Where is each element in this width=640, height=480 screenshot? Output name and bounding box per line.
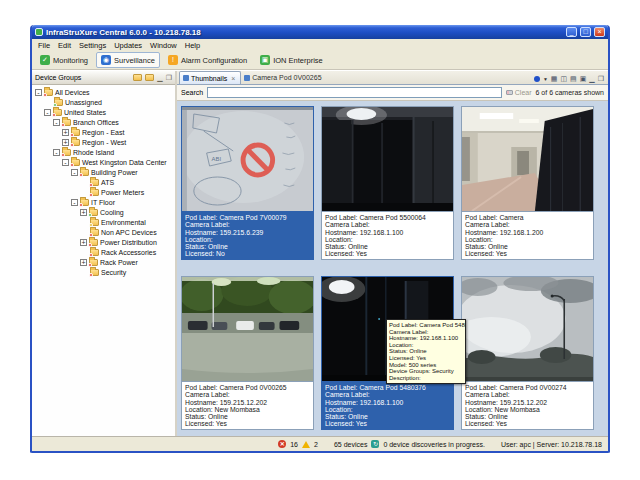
tree-item-region-east[interactable]: +Region - East — [32, 127, 175, 137]
app-icon — [35, 28, 43, 36]
alarm-status-dot — [89, 223, 93, 227]
expand-icon[interactable]: + — [80, 239, 87, 246]
alarm-status-dot — [79, 173, 83, 177]
chevron-down-icon[interactable]: ▼ — [543, 76, 548, 82]
camera-card-sky[interactable]: Pod Label: Camera Pod 0V00274Camera Labe… — [461, 276, 594, 430]
restore-view-icon[interactable]: ❐ — [598, 75, 604, 82]
tree-item-cooling[interactable]: +Cooling — [32, 207, 175, 217]
alarm-status-dot — [53, 103, 57, 107]
menu-item-settings[interactable]: Settings — [75, 41, 110, 50]
tree-item-it-floor[interactable]: -IT Floor — [32, 197, 175, 207]
alarm-status-dot — [88, 213, 92, 217]
tooltip-line: Pod Label: Camera Pod 5480376 — [389, 322, 463, 329]
tab-camera-pod-0v00265[interactable]: Camera Pod 0V00265 — [241, 71, 326, 84]
minimize-view-icon[interactable]: ▁ — [589, 75, 594, 82]
status-bar: ✕ 16 2 65 devices ↻ 0 device discoveries… — [32, 436, 608, 451]
collapse-icon[interactable]: - — [53, 119, 60, 126]
view-menu-icon[interactable] — [534, 76, 540, 82]
app-window: InfraStruXure Central 6.0.0 - 10.218.78.… — [30, 25, 610, 453]
tree-item-united-states[interactable]: -United States — [32, 107, 175, 117]
collapse-icon[interactable]: - — [62, 159, 69, 166]
tree-item-rhode-island[interactable]: -Rhode Island — [32, 147, 175, 157]
move-group-folder-icon[interactable] — [145, 74, 154, 81]
folder-icon — [90, 219, 99, 226]
error-status-icon[interactable]: ✕ — [278, 440, 286, 448]
folder-icon — [71, 159, 80, 166]
perspective-ion-enterprise[interactable]: ▣ION Enterprise — [255, 52, 328, 68]
search-row: Search Clear 6 of 6 cameras shown — [177, 85, 608, 101]
folder-icon — [90, 269, 99, 276]
tree-item-building-power[interactable]: -Building Power — [32, 167, 175, 177]
folder-icon — [80, 169, 89, 176]
minimize-button[interactable]: _ — [566, 27, 577, 37]
tree-label: Region - East — [82, 129, 124, 136]
camera-card-whiteboard[interactable]: ABI Pod Label: Camera Pod 7V00079Camera … — [181, 106, 314, 260]
collapse-icon[interactable]: - — [71, 199, 78, 206]
maximize-button[interactable]: □ — [580, 27, 591, 37]
close-tab-icon[interactable]: × — [231, 75, 235, 82]
menu-item-updates[interactable]: Updates — [110, 41, 146, 50]
clear-button[interactable]: Clear — [506, 89, 532, 96]
tree-item-ats[interactable]: ATS — [32, 177, 175, 187]
perspective-alarm-configuration[interactable]: !Alarm Configuration — [163, 52, 252, 68]
tree-item-rack-power[interactable]: +Rack Power — [32, 257, 175, 267]
close-button[interactable]: × — [594, 27, 605, 37]
tree-item-rack-accessories[interactable]: Rack Accessories — [32, 247, 175, 257]
menu-item-help[interactable]: Help — [181, 41, 204, 50]
warning-status-icon[interactable] — [302, 441, 310, 448]
minimize-panel-icon[interactable]: ▁ — [157, 74, 162, 81]
collapse-icon[interactable]: - — [53, 149, 60, 156]
expand-icon[interactable]: + — [62, 139, 69, 146]
camera-info-line: Hostname: 192.168.1.200 — [465, 229, 590, 236]
expand-icon[interactable]: + — [80, 209, 87, 216]
tree-item-unassigned[interactable]: Unassigned — [32, 97, 175, 107]
tree-item-region-west[interactable]: +Region - West — [32, 137, 175, 147]
thumbnails-tab-icon — [183, 75, 189, 81]
refresh-view-icon[interactable]: ▤ — [570, 75, 577, 82]
tree-item-power-meters[interactable]: Power Meters — [32, 187, 175, 197]
device-tree: -All DevicesUnassigned-United States-Bra… — [32, 85, 175, 436]
collapse-icon[interactable]: - — [35, 89, 42, 96]
camera-info-line: Camera Label: — [325, 221, 450, 228]
tree-item-non-apc-devices[interactable]: Non APC Devices — [32, 227, 175, 237]
tree-item-security[interactable]: Security — [32, 267, 175, 277]
thumbnail-size-icon[interactable]: ▦ — [551, 75, 558, 82]
camera-image-server-room-dark — [322, 107, 453, 211]
title-bar[interactable]: InfraStruXure Central 6.0.0 - 10.218.78.… — [32, 25, 608, 39]
new-group-folder-icon[interactable] — [133, 74, 142, 81]
camera-card-parking-lot[interactable]: Pod Label: Camera Pod 0V00265Camera Labe… — [181, 276, 314, 430]
tree-item-all-devices[interactable]: -All Devices — [32, 87, 175, 97]
camera-card-server-room-dark[interactable]: Pod Label: Camera Pod 5500064Camera Labe… — [321, 106, 454, 260]
error-count: 16 — [290, 441, 298, 448]
menu-item-window[interactable]: Window — [146, 41, 181, 50]
camera-info: Pod Label: Camera Pod 5480376Camera Labe… — [322, 381, 453, 429]
alarm-status-dot — [89, 233, 93, 237]
menu-item-file[interactable]: File — [34, 41, 54, 50]
alarm-status-dot — [79, 203, 83, 207]
layout-grid-icon[interactable]: ◫ — [560, 75, 567, 82]
alarm-status-dot — [89, 193, 93, 197]
folder-icon — [44, 89, 53, 96]
search-label: Search — [181, 89, 203, 96]
tooltip-line: Hostname: 192.168.1.100 — [389, 335, 463, 342]
search-input[interactable] — [207, 87, 502, 98]
perspective-monitoring[interactable]: ✓Monitoring — [35, 52, 93, 68]
tree-item-power-distribution[interactable]: +Power Distribution — [32, 237, 175, 247]
tree-item-branch-offices[interactable]: -Branch Offices — [32, 117, 175, 127]
menu-item-edit[interactable]: Edit — [54, 41, 75, 50]
tree-item-west-kingston-data-center[interactable]: -West Kingston Data Center — [32, 157, 175, 167]
perspective-surveillance[interactable]: ◉Surveillance — [96, 52, 160, 68]
collapse-icon[interactable]: - — [44, 109, 51, 116]
collapse-icon[interactable]: - — [71, 169, 78, 176]
expand-icon[interactable]: + — [62, 129, 69, 136]
device-count[interactable]: 65 devices — [334, 441, 367, 448]
camera-info-line: Camera Label: — [325, 391, 450, 398]
camera-card-server-aisle[interactable]: Pod Label: CameraCamera Label:Hostname: … — [461, 106, 594, 260]
camera-info-line: Hostname: 159.215.6.239 — [185, 229, 310, 236]
filter-view-icon[interactable]: ▣ — [580, 75, 587, 82]
tree-item-environmental[interactable]: Environmental — [32, 217, 175, 227]
maximize-panel-icon[interactable]: ❐ — [166, 74, 172, 81]
perspective-toolbar: ✓Monitoring◉Surveillance!Alarm Configura… — [32, 51, 608, 70]
tab-thumbnails[interactable]: Thumbnails× — [179, 71, 241, 84]
expand-icon[interactable]: + — [80, 259, 87, 266]
